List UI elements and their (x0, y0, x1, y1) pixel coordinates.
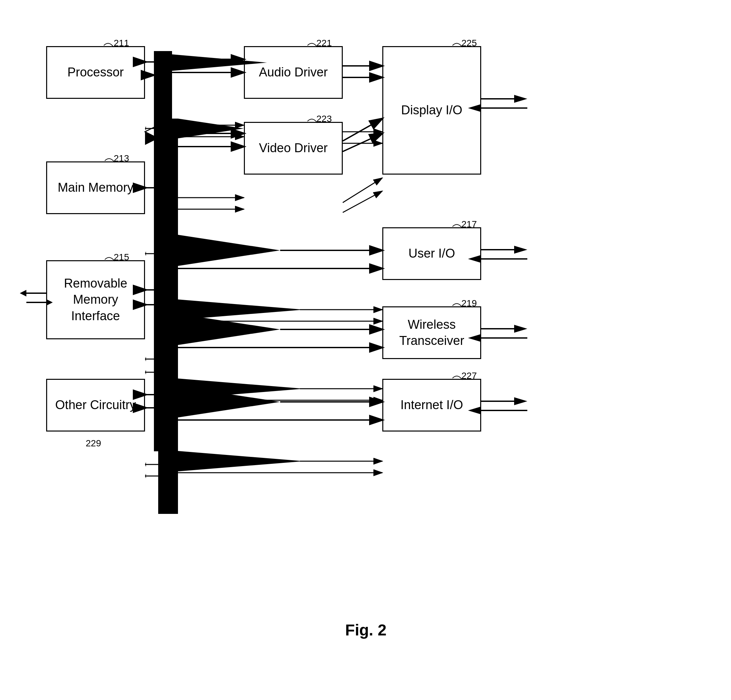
user-io-block: User I/O (382, 227, 481, 280)
video-driver-ref-line (304, 115, 321, 124)
video-driver-block: Video Driver (244, 122, 343, 174)
audio-driver-ref-line (304, 39, 321, 49)
processor-label: Processor (67, 64, 123, 81)
svg-marker-19 (178, 119, 244, 138)
wireless-transceiver-label: WirelessTransceiver (399, 316, 464, 349)
svg-marker-68 (172, 385, 280, 418)
svg-marker-29 (178, 300, 300, 319)
svg-marker-3 (145, 132, 158, 145)
svg-marker-12 (145, 357, 146, 361)
svg-marker-47 (20, 290, 26, 296)
display-io-label: Display I/O (401, 102, 462, 118)
removable-memory-label: RemovableMemoryInterface (64, 275, 127, 324)
svg-marker-10 (145, 251, 146, 256)
other-circuitry-label: Other Circuitry (55, 397, 136, 413)
main-memory-label: Main Memory (58, 180, 134, 196)
figure-label: Fig. 2 (345, 621, 386, 639)
internet-io-label: Internet I/O (401, 397, 463, 413)
processor-block: Processor (46, 46, 145, 99)
other-circuitry-block: Other Circuitry (46, 379, 145, 432)
display-io-ref-line (449, 39, 466, 49)
video-driver-label: Video Driver (259, 140, 327, 156)
user-io-ref-line (449, 220, 466, 230)
svg-marker-80 (514, 325, 527, 333)
display-io-block: Display I/O (382, 46, 481, 174)
svg-rect-40 (154, 51, 172, 451)
removable-memory-block: RemovableMemoryInterface (46, 260, 145, 339)
svg-marker-72 (514, 95, 527, 103)
other-circuitry-ref: 229 (86, 438, 101, 449)
svg-line-27 (343, 178, 382, 203)
svg-marker-62 (172, 234, 280, 267)
main-memory-ref-line (101, 154, 118, 164)
audio-driver-block: Audio Driver (244, 46, 343, 99)
bus-bar (158, 119, 178, 514)
svg-marker-76 (514, 246, 527, 253)
wireless-transceiver-ref-line (449, 299, 466, 309)
svg-line-61 (343, 133, 382, 152)
svg-marker-14 (145, 370, 146, 375)
svg-marker-31 (178, 451, 300, 471)
svg-line-60 (343, 119, 382, 141)
diagram-container: Processor 211 Main Memory 213 RemovableM… (20, 20, 712, 646)
svg-marker-30 (178, 379, 300, 398)
svg-marker-6 (145, 126, 146, 131)
svg-line-28 (343, 191, 382, 212)
svg-marker-65 (172, 313, 280, 346)
svg-marker-4 (145, 125, 158, 138)
wireless-transceiver-block: WirelessTransceiver (382, 306, 481, 359)
svg-marker-16 (145, 462, 146, 467)
processor-ref-line (101, 39, 117, 49)
audio-driver-label: Audio Driver (259, 64, 327, 81)
removable-memory-ref-line (101, 253, 118, 263)
svg-marker-84 (514, 397, 527, 405)
svg-marker-18 (145, 474, 146, 478)
internet-io-ref-line (449, 372, 466, 381)
internet-io-block: Internet I/O (382, 379, 481, 432)
main-memory-block: Main Memory (46, 161, 145, 214)
user-io-label: User I/O (408, 245, 455, 262)
svg-marker-8 (157, 138, 158, 142)
